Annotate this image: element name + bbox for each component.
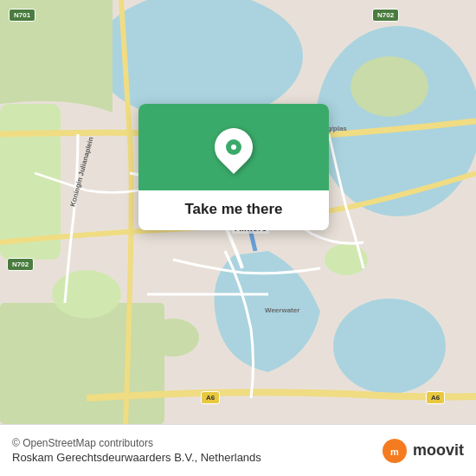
highway-a6-bottom-right: A6	[426, 391, 445, 404]
moovit-label: moovit	[413, 441, 464, 460]
svg-point-2	[333, 299, 446, 394]
popup-card[interactable]: Take me there	[138, 104, 329, 230]
location-pin	[207, 120, 261, 174]
svg-text:m: m	[390, 447, 399, 457]
highway-n701: N701	[9, 9, 35, 22]
moovit-icon: m	[382, 438, 408, 464]
location-full-text: Roskam Gerechtsdeurwaarders B.V., Nether…	[12, 451, 261, 464]
svg-point-5	[351, 56, 428, 117]
pin-dot	[231, 145, 236, 150]
svg-point-7	[52, 270, 121, 318]
attribution-text: © OpenStreetMap contributors	[12, 437, 261, 449]
pin-inner	[226, 139, 241, 155]
popup-text-area: Take me there	[138, 190, 329, 230]
highway-n702-top: N702	[372, 9, 399, 22]
svg-point-6	[147, 318, 199, 357]
highway-n702-left: N702	[7, 258, 34, 271]
popup-cta-label[interactable]: Take me there	[152, 201, 315, 218]
highway-a6-bottom-mid: A6	[201, 391, 220, 404]
moovit-logo: m moovit	[382, 438, 464, 464]
map-container: N701 N702 N702 N702 A6 A6 Almere Lelyweg…	[0, 0, 476, 424]
popup-green-area	[138, 104, 329, 190]
road-label-weerwater: Weerwater	[262, 306, 302, 315]
bottom-bar-text: © OpenStreetMap contributors Roskam Gere…	[12, 437, 261, 464]
bottom-bar: © OpenStreetMap contributors Roskam Gere…	[0, 424, 476, 476]
